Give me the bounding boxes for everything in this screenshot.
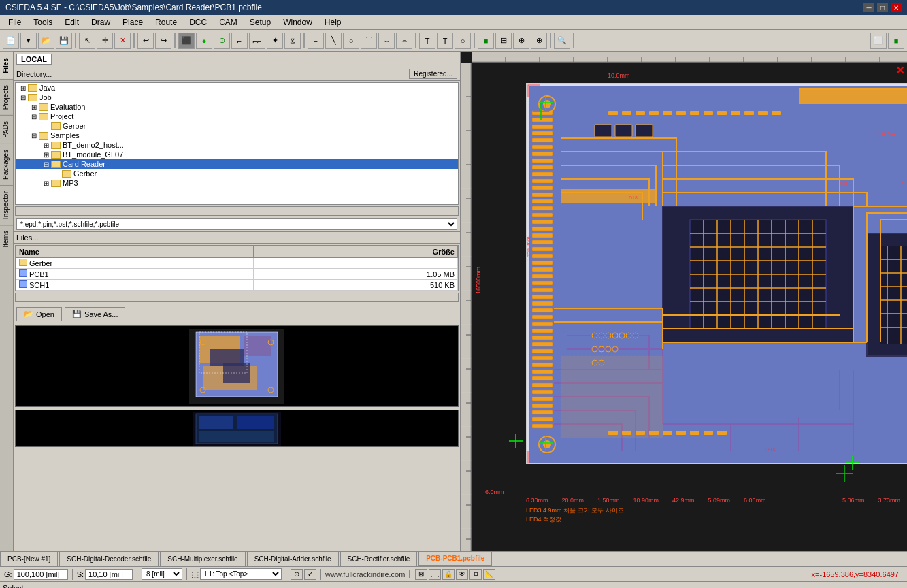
close-canvas-button[interactable]: ✕ [895,64,904,77]
file-tree[interactable]: ⊞ Java ⊟ Job ⊞ Evaluation ⊟ Project [15,82,459,205]
tree-item-mp3[interactable]: ⊞ MP3 [16,178,458,188]
main-layout: Files Projects PADs Packages Inspector I… [0,52,907,551]
tab-sch-adder[interactable]: SCH-Digital-Adder.schfile [247,551,339,566]
arc2-button[interactable]: ⌣ [378,33,395,49]
via-button[interactable]: ● [196,33,212,49]
pan-button[interactable]: ✛ [97,33,113,49]
tree-item-java[interactable]: ⊞ Java [16,83,458,93]
zoom-button[interactable]: 🔍 [554,33,570,49]
tree-item-project[interactable]: ⊟ Project [16,112,458,121]
maximize-view[interactable]: ⬜ [870,33,887,49]
tab-packages[interactable]: Packages [0,144,13,185]
circle-button[interactable]: ○ [343,33,359,49]
check-icon[interactable]: ✓ [304,569,316,580]
arc1-button[interactable]: ⌒ [361,33,377,49]
new-button[interactable]: 📄 [3,33,19,49]
svg-rect-171 [676,111,686,115]
s-input[interactable] [85,569,133,580]
tree-item-samples[interactable]: ⊟ Samples [16,131,458,140]
arc3-button[interactable]: ⌢ [396,33,412,49]
text-button[interactable]: T [419,33,435,49]
menu-route[interactable]: Route [150,16,182,29]
diff-pair-button[interactable]: ⌐⌐ [249,33,265,49]
delete-button[interactable]: ✕ [114,33,131,49]
menu-setup[interactable]: Setup [244,16,276,29]
tree-item-card-reader[interactable]: ⊟ Card Reader [16,159,458,169]
ellipse-button[interactable]: ○ [455,33,471,49]
menu-cam[interactable]: CAM [214,16,243,29]
text2-button[interactable]: T [437,33,453,49]
via-icon[interactable]: ⊙ [291,569,303,580]
corner-button[interactable]: ⌐ [308,33,324,49]
crosshair-topleft [533,103,549,121]
dropdown-button[interactable]: ▾ [20,33,37,49]
tab-pcb-pcb1[interactable]: PCB-PCB1.pcbfile [418,551,492,566]
select-button[interactable]: ↖ [79,33,95,49]
menu-dcc[interactable]: DCC [184,16,212,29]
menu-help[interactable]: Help [319,16,347,29]
registered-button[interactable]: Registered... [409,69,457,79]
route-button[interactable]: ✦ [267,33,283,49]
tree-item-bt-demo[interactable]: ⊞ BT_demo2_host... [16,140,458,150]
menu-edit[interactable]: Edit [59,16,84,29]
settings-icon[interactable]: ⚙ [469,569,482,580]
eye-icon[interactable]: 👁 [456,569,468,580]
fanout-button[interactable]: ⧖ [284,33,301,49]
files-table-container: Name Größe Gerber PCB1 [15,245,459,291]
snap-icon[interactable]: ⊠ [415,569,427,580]
minimize-view[interactable]: ■ [888,33,904,49]
menu-tools[interactable]: Tools [28,16,58,29]
tree-item-gerber-card[interactable]: Gerber [16,169,458,178]
maximize-button[interactable]: □ [877,3,888,12]
layer-select[interactable]: L1: Top <Top> [200,568,282,580]
tab-sch-rectifier[interactable]: SCH-Rectifier.schfile [340,551,418,566]
filter-select[interactable]: *.epd;*.pin;*.psf;*.schfile;*.pcbfile [16,218,457,230]
move-button[interactable]: ⊕ [531,33,547,49]
open-button[interactable]: 📂 [38,33,54,49]
svg-rect-63 [532,145,553,149]
open-file-button[interactable]: 📂 Open [16,307,62,321]
ruler-icon[interactable]: 📐 [483,569,495,580]
file-row-gerber[interactable]: Gerber [16,258,458,269]
canvas-area[interactable]: ✕ [461,52,907,551]
tree-item-evaluation[interactable]: ⊞ Evaluation [16,102,458,112]
lock-icon[interactable]: 🔒 [442,569,455,580]
line-button[interactable]: ╲ [325,33,342,49]
grid-icon[interactable]: ⋮⋮ [429,569,441,580]
tree-item-bt-module[interactable]: ⊞ BT_module_GL07 [16,150,458,159]
tab-files[interactable]: Files [0,52,13,79]
size-select[interactable]: 8 [mil] [142,568,182,580]
file-row-pcb1[interactable]: PCB1 1.05 MB [16,269,458,280]
tab-inspector[interactable]: Inspector [0,185,13,225]
menu-file[interactable]: File [3,16,27,29]
save-as-button[interactable]: 💾 Save As... [65,307,126,321]
component-button[interactable]: ⬛ [178,33,195,49]
menu-window[interactable]: Window [278,16,318,29]
tree-scrollbar-h[interactable] [15,206,459,216]
measure-button[interactable]: ⊕ [513,33,529,49]
undo-button[interactable]: ↩ [137,33,154,49]
pcb-drawing-area[interactable]: ✕ [472,63,907,551]
track-button[interactable]: ⌐ [231,33,248,49]
local-label: LOCAL [16,54,52,65]
menu-draw[interactable]: Draw [86,16,116,29]
tab-items[interactable]: Items [0,225,13,252]
save-button[interactable]: 💾 [56,33,72,49]
tab-pcb-new[interactable]: PCB-[New #1] [0,551,58,566]
tree-item-gerber-project[interactable]: Gerber [16,121,458,131]
minimize-button[interactable]: ─ [863,3,874,12]
rect-button[interactable]: ■ [478,33,494,49]
tree-item-job[interactable]: ⊟ Job [16,93,458,102]
tab-sch-mux[interactable]: SCH-Multiplexer.schfile [160,551,245,566]
tab-pads[interactable]: PADs [0,115,13,144]
g-input[interactable] [14,569,68,580]
pour-button[interactable]: ⊞ [495,33,512,49]
files-scrollbar-h[interactable] [15,293,459,302]
close-button[interactable]: ✕ [891,3,902,12]
tab-sch-decoder[interactable]: SCH-Digital-Decoder.schfile [59,551,159,566]
redo-button[interactable]: ↪ [155,33,171,49]
menu-place[interactable]: Place [117,16,148,29]
tab-projects[interactable]: Projects [0,79,13,115]
file-row-sch1[interactable]: SCH1 510 KB [16,280,458,291]
pad-button[interactable]: ⊙ [214,33,230,49]
